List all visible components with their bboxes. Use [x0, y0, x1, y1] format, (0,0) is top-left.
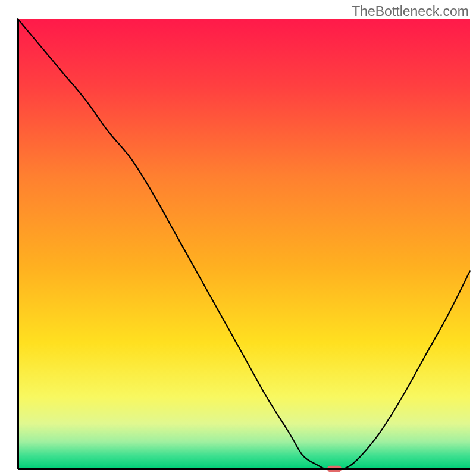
watermark-text: TheBottleneck.com: [352, 4, 469, 20]
chart-background: [18, 19, 470, 469]
chart-container: TheBottleneck.com: [0, 0, 476, 476]
bottleneck-chart: [0, 0, 476, 476]
